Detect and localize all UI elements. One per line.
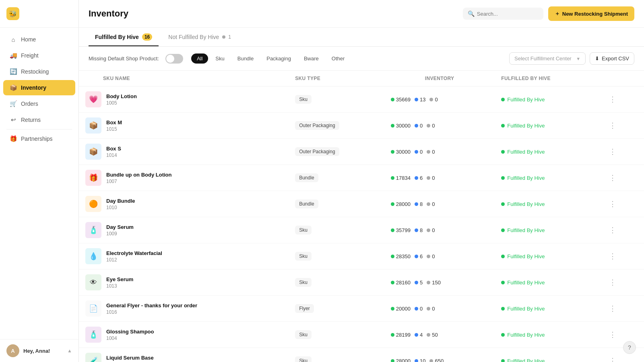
fulfilled-status: Fulfilled By Hive [507, 149, 545, 155]
table-row[interactable]: 📄 General Flyer - thanks for your order … [79, 296, 644, 322]
inventory-gray-count: 0 [427, 149, 435, 155]
product-name: Body Lotion [106, 93, 137, 99]
table-row[interactable]: 🎁 Bundle up on Body Lotion 1007 Bundle 1… [79, 165, 644, 191]
fulfilled-cell-5: Fulfilled By Hive [495, 217, 599, 243]
product-cell-3: 🎁 Bundle up on Body Lotion 1007 [79, 165, 289, 191]
chevron-down-icon: ▼ [576, 56, 580, 61]
sku-type-badge: Sku [295, 356, 312, 362]
user-menu[interactable]: A Hey, Anna! ▲ [0, 339, 78, 362]
fulfilled-status: Fulfilled By Hive [507, 175, 545, 181]
row-more-button[interactable]: ⋮ [606, 119, 619, 132]
filter-pill-bundle[interactable]: Bundle [232, 53, 259, 64]
table-row[interactable]: 🟠 Day Bundle 1010 Bundle 28000 8 0 [79, 191, 644, 217]
fulfilled-status: Fulfilled By Hive [507, 253, 545, 259]
tab-not-fulfilled-by-hive[interactable]: Not Fulfilled By Hive 1 [162, 28, 237, 46]
inventory-green-count: 28000 [391, 358, 411, 362]
actions-cell-9: ⋮ [599, 322, 644, 348]
sku-type-cell-10: Sku [289, 348, 384, 362]
filter-bar: Missing Default Shop Product: All Sku Bu… [79, 47, 644, 71]
inventory-blue-count: 0 [415, 306, 423, 312]
col-sku-name: SKU Name [79, 71, 289, 86]
help-button[interactable]: ? [623, 341, 636, 354]
inventory-green-count: 30000 [391, 123, 411, 129]
gray-dot [427, 150, 430, 154]
inventory-cell-10: 28000 10 650 [384, 348, 495, 362]
inventory-gray-count: 0 [427, 306, 435, 312]
product-thumbnail: 📦 [85, 117, 101, 134]
filter-pill-all[interactable]: All [191, 53, 208, 64]
table-row[interactable]: 💧 Electrolyte Waterfacial 1012 Sku 28350… [79, 243, 644, 269]
table-row[interactable]: 💗 Body Lotion 1005 Sku 35669 13 0 [79, 86, 644, 113]
inventory-cell-6: 28350 6 0 [384, 243, 495, 269]
table-row[interactable]: 🧪 Liquid Serum Base 1008 Sku 28000 10 65… [79, 348, 644, 362]
product-sku-id: 1016 [106, 309, 197, 315]
home-icon: ⌂ [10, 36, 17, 43]
table-row[interactable]: 📦 Box S 1014 Outer Packaging 30000 0 0 [79, 139, 644, 165]
table-row[interactable]: 📦 Box M 1015 Outer Packaging 30000 0 0 [79, 113, 644, 139]
fulfilled-cell-1: Fulfilled By Hive [495, 113, 599, 139]
sidebar-item-freight[interactable]: 🚚 Freight [3, 48, 75, 63]
new-shipment-button[interactable]: ＋ New Restocking Shipment [548, 6, 634, 21]
row-more-button[interactable]: ⋮ [606, 172, 619, 184]
fulfilled-dot [501, 202, 505, 206]
blue-dot [415, 124, 418, 128]
sku-type-badge: Sku [295, 226, 312, 234]
fulfilled-dot [501, 281, 505, 284]
row-more-button[interactable]: ⋮ [606, 250, 619, 262]
product-thumbnail: 💗 [85, 91, 101, 107]
row-more-button[interactable]: ⋮ [606, 146, 619, 158]
row-more-button[interactable]: ⋮ [606, 302, 619, 315]
product-name: General Flyer - thanks for your order [106, 302, 197, 309]
col-inventory: Inventory [384, 71, 495, 86]
tab-fulfilled-by-hive[interactable]: Fulfilled By Hive 16 [89, 28, 159, 46]
inventory-blue-count: 6 [415, 175, 423, 181]
export-csv-button[interactable]: ⬇ Export CSV [590, 52, 634, 65]
fulfilled-cell-4: Fulfilled By Hive [495, 191, 599, 217]
sidebar-item-inventory-label: Inventory [21, 84, 46, 91]
sku-type-cell-2: Outer Packaging [289, 139, 384, 165]
missing-product-toggle[interactable] [165, 54, 183, 64]
search-input[interactable] [477, 11, 539, 17]
fulfilled-status: Fulfilled By Hive [507, 306, 545, 312]
sku-type-badge: Sku [295, 278, 312, 287]
fulfilled-dot [501, 98, 505, 101]
fulfillment-center-select[interactable]: Select Fulfillment Center ▼ [509, 52, 586, 65]
sidebar-item-partnerships[interactable]: 🎁 Partnerships [3, 131, 75, 146]
sidebar-item-inventory[interactable]: 📦 Inventory [3, 80, 75, 95]
sidebar-item-restocking[interactable]: 🔄 Restocking [3, 64, 75, 79]
actions-cell-5: ⋮ [599, 217, 644, 243]
blue-dot [415, 228, 418, 232]
inventory-green-count: 28199 [391, 332, 411, 338]
fulfilled-cell-9: Fulfilled By Hive [495, 322, 599, 348]
green-dot [391, 281, 394, 284]
sidebar-item-orders[interactable]: 🛒 Orders [3, 96, 75, 111]
product-name: Bundle up on Body Lotion [106, 172, 171, 178]
search-box[interactable]: 🔍 [463, 8, 543, 20]
sidebar-item-returns[interactable]: ↩ Returns [3, 112, 75, 128]
row-more-button[interactable]: ⋮ [606, 224, 619, 236]
row-more-button[interactable]: ⋮ [606, 355, 619, 362]
row-more-button[interactable]: ⋮ [606, 329, 619, 341]
filter-pill-sku[interactable]: Sku [210, 53, 230, 64]
row-more-button[interactable]: ⋮ [606, 276, 619, 288]
row-more-button[interactable]: ⋮ [606, 93, 619, 105]
sidebar-item-home[interactable]: ⌂ Home [3, 32, 75, 47]
inventory-cell-3: 17834 6 0 [384, 165, 495, 191]
sku-type-cell-6: Sku [289, 243, 384, 269]
filter-pill-packaging[interactable]: Packaging [261, 53, 297, 64]
filter-pill-other[interactable]: Other [326, 53, 351, 64]
table-row[interactable]: 👁 Eye Serum 1013 Sku 28160 5 150 [79, 269, 644, 296]
product-thumbnail: 📦 [85, 144, 101, 160]
inventory-blue-count: 0 [415, 123, 423, 129]
fulfilled-dot [501, 124, 505, 128]
sku-type-cell-0: Sku [289, 86, 384, 113]
fulfilled-status: Fulfilled By Hive [507, 358, 545, 362]
sku-type-cell-7: Sku [289, 269, 384, 296]
table-row[interactable]: 🧴 Glossing Shampoo 1004 Sku 28199 4 50 [79, 322, 644, 348]
table-row[interactable]: 🧴 Day Serum 1009 Sku 35799 8 0 [79, 217, 644, 243]
row-more-button[interactable]: ⋮ [606, 198, 619, 210]
hive-logo-icon: 🐝 [6, 7, 19, 20]
product-thumbnail: 🎁 [85, 170, 101, 186]
filter-pill-bware[interactable]: Bware [298, 53, 324, 64]
green-dot [391, 150, 394, 154]
